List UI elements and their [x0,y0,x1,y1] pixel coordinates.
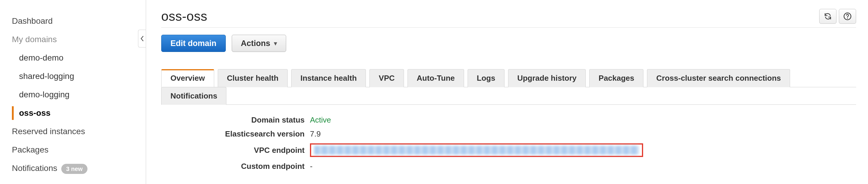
header-divider [161,27,856,28]
overview-details: Domain status Active Elasticsearch versi… [161,105,856,171]
es-version-label: Elasticsearch version [161,130,310,139]
notifications-badge: 3 new [61,164,88,174]
tab-instance-health[interactable]: Instance health [291,69,366,87]
page-title: oss-oss [161,9,207,24]
sidebar-item-reserved-instances[interactable]: Reserved instances [0,122,146,141]
tab-logs[interactable]: Logs [468,69,504,87]
edit-domain-button[interactable]: Edit domain [161,35,226,52]
domain-status-value: Active [310,115,331,125]
vpc-endpoint-value [310,143,643,157]
toolbar: Edit domain Actions ▾ [161,35,856,52]
refresh-button[interactable] [819,9,836,24]
sidebar-item-demo-logging[interactable]: demo-logging [0,85,146,104]
tab-cross-cluster[interactable]: Cross-cluster search connections [647,69,790,87]
actions-dropdown[interactable]: Actions ▾ [232,35,286,52]
sidebar-item-oss-oss[interactable]: oss-oss [0,104,146,122]
collapse-sidebar-button[interactable] [138,30,146,47]
svg-point-1 [847,18,848,19]
sidebar-item-my-domains[interactable]: My domains [0,30,146,49]
domain-status-label: Domain status [161,115,310,125]
custom-endpoint-value: - [310,162,313,171]
tab-auto-tune[interactable]: Auto-Tune [407,69,464,87]
vpc-endpoint-highlight [310,143,643,157]
tab-bar: Overview Cluster health Instance health … [161,69,856,87]
sidebar-item-dashboard[interactable]: Dashboard [0,12,146,30]
tab-cluster-health[interactable]: Cluster health [218,69,288,87]
tab-overview[interactable]: Overview [161,69,214,87]
main-panel: oss-oss Edit domain Actions ▾ Overview C… [146,0,868,184]
tab-vpc[interactable]: VPC [369,69,404,87]
sidebar-item-shared-logging[interactable]: shared-logging [0,67,146,85]
custom-endpoint-label: Custom endpoint [161,162,310,171]
tab-notifications[interactable]: Notifications [161,87,226,105]
sidebar-item-label: Notifications [12,163,57,173]
refresh-icon [824,12,832,21]
chevron-left-icon [141,36,144,42]
chevron-down-icon: ▾ [274,40,277,47]
sidebar-item-demo-demo[interactable]: demo-demo [0,49,146,67]
tab-upgrade-history[interactable]: Upgrade history [508,69,586,87]
tab-packages[interactable]: Packages [589,69,643,87]
sidebar-item-packages[interactable]: Packages [0,141,146,159]
help-icon [843,12,851,21]
vpc-endpoint-label: VPC endpoint [161,146,310,155]
help-button[interactable] [839,9,856,24]
sidebar-item-notifications[interactable]: Notifications 3 new [0,159,146,178]
tab-bar-row2: Notifications [161,87,856,105]
vpc-endpoint-redacted [314,146,639,155]
sidebar: Dashboard My domains demo-demo shared-lo… [0,0,146,184]
actions-label: Actions [241,39,270,48]
es-version-value: 7.9 [310,130,321,139]
